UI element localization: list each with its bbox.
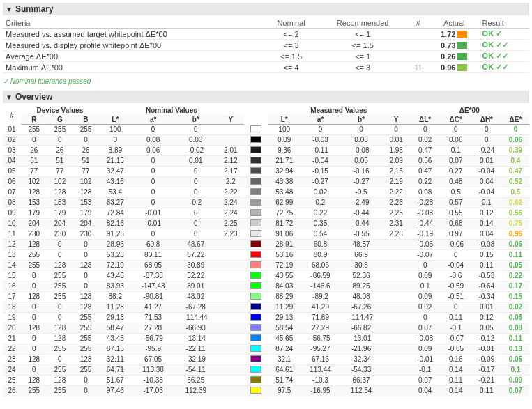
col-dC: ΔC* [441,115,471,125]
row-nom-y: 2.24 [217,197,244,208]
row-b: 128 [73,291,98,302]
row-b: 0 [73,375,98,385]
row-nom-b: -13.14 [174,333,217,344]
row-meas-l: 88.29 [268,291,301,302]
row-num: 20 [3,323,21,333]
row-meas-y [383,239,410,249]
row-dL: -0.05 [410,239,441,249]
row-dH: 0.01 [471,155,502,166]
row-nom-l: 53.23 [99,249,132,260]
row-meas-y: 0 [383,125,410,135]
row-num: 15 [3,270,21,281]
row-b: 0 [73,239,98,249]
row-meas-b: -54.33 [340,364,383,375]
row-num: 13 [3,249,21,260]
row-b: 255 [73,312,98,323]
overview-section: ▼ Overview # Device Values Nominal Value… [3,91,529,396]
row-nom-a: 113.38 [132,364,174,375]
row-dH: 0.11 [471,260,502,270]
row-meas-a: -146.6 [301,281,340,291]
actual-bar [457,31,467,38]
row-nom-a: -95.9 [132,344,174,354]
row-r: 255 [21,249,47,260]
row-meas-b: 66.9 [340,249,383,260]
summary-result-cell: OK ✓ [480,29,529,40]
row-nom-y [217,333,244,344]
row-nom-a: -87.38 [132,270,174,281]
row-dE: 0.96 [502,229,529,239]
row-meas-a: 0.02 [301,187,340,197]
row-r: 179 [21,208,47,218]
swatch-color [250,376,261,383]
col-b: B [73,115,98,125]
row-nom-b: -22.11 [174,344,217,354]
summary-actual-cell: 1.72 [429,29,480,40]
row-dH: 0.12 [471,208,502,218]
row-meas-b: -0.16 [340,166,383,176]
row-nom-l: 28.96 [99,239,132,249]
row-nom-a: -147.43 [132,281,174,291]
row-nom-y [217,344,244,354]
row-meas-b: 48.57 [340,239,383,249]
overview-row: 20 128 128 255 58.47 27.28 -66.93 58.54 … [3,323,529,333]
row-meas-b: -0.27 [340,176,383,187]
summary-result-cell: OK ✓✓ [480,51,529,62]
row-nom-b: -67.28 [174,302,217,312]
row-swatch [244,375,268,385]
row-g: 0 [47,249,73,260]
row-dL: 0.47 [410,166,441,176]
row-nom-l: 100 [99,125,132,135]
row-dE: 0.13 [502,344,529,354]
overview-row: 18 0 0 128 11.28 41.27 -67.28 11.29 41.2… [3,302,529,312]
row-nom-b: 0 [174,187,217,197]
row-meas-a: 41.29 [301,302,340,312]
row-g: 255 [47,270,73,281]
row-nom-y [217,291,244,302]
row-swatch [244,333,268,344]
row-meas-y [383,323,410,333]
row-meas-l: 97.5 [268,385,301,396]
row-swatch [244,270,268,281]
swatch-color [250,251,261,258]
row-nom-b: 0 [174,166,217,176]
row-dL: -0.08 [410,333,441,344]
row-meas-l: 43.55 [268,270,301,281]
row-meas-b: 48.08 [340,291,383,302]
swatch-color [250,125,261,132]
row-meas-y [383,249,410,260]
row-meas-a: -0.11 [301,145,340,155]
actual-bar [457,64,467,71]
row-num: 04 [3,155,21,166]
row-dE: 0.09 [502,375,529,385]
row-dL: 0.07 [410,323,441,333]
row-r: 153 [21,197,47,208]
row-dE: 0.17 [502,281,529,291]
swatch-color [250,199,261,206]
row-dC: 0.68 [441,218,471,229]
row-dH: -0.21 [471,375,502,385]
summary-hash-cell [408,51,429,62]
summary-header-recommended: Recommended [317,18,407,29]
row-meas-a: -89.2 [301,291,340,302]
row-nom-l: 87.15 [99,344,132,354]
row-nom-y [217,312,244,323]
row-dE: 0.22 [502,270,529,281]
row-meas-l: 32.94 [268,166,301,176]
row-dE: 0.07 [502,385,529,396]
row-meas-a: -10.3 [301,375,340,385]
row-meas-y [383,333,410,344]
row-r: 0 [21,281,47,291]
col-meas-a: a* [301,115,340,125]
row-meas-y: 2.25 [383,208,410,218]
swatch-color [250,387,261,394]
row-dC: 0.11 [441,312,471,323]
row-r: 0 [21,302,47,312]
swatch-color [250,219,261,226]
row-meas-l: 53.48 [268,187,301,197]
overview-row: 04 51 51 51 21.15 0 0.01 2.12 21.71 -0.0… [3,155,529,166]
row-dL: 0.56 [410,155,441,166]
row-nom-l: 8.89 [99,145,132,155]
row-swatch [244,385,268,396]
row-nom-y [217,281,244,291]
row-num: 22 [3,344,21,354]
